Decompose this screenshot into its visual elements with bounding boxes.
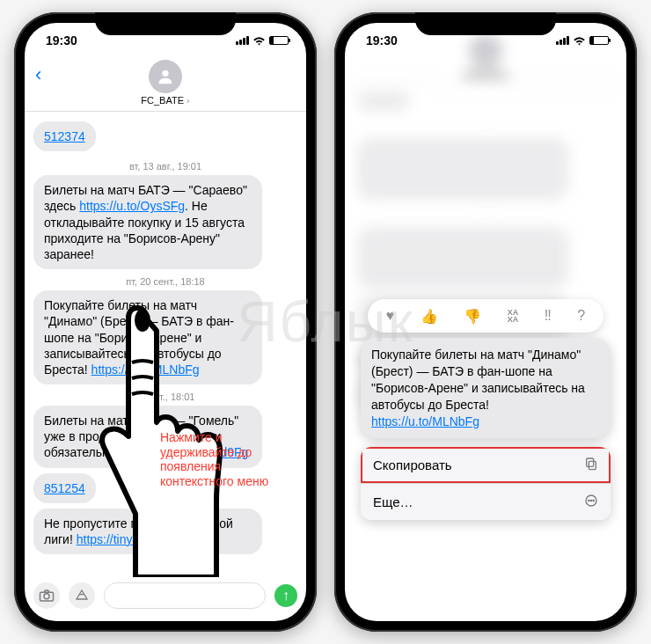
svg-point-8 [590,501,591,501]
reaction-exclaim-icon[interactable]: ‼ [545,308,552,324]
notch [415,12,556,35]
svg-point-3 [135,309,150,332]
wifi-icon [252,36,266,46]
svg-rect-5 [587,458,594,466]
phone-frame-left: 19:30 ‹ FC_BATE › 512374 вт, 13 авг., 19… [14,12,317,632]
menu-item-more[interactable]: Еще… [361,483,611,520]
context-menu: Скопировать Еще… [361,447,611,520]
conversation-header: ‹ FC_BATE › [25,58,306,112]
message-link[interactable]: 851254 [44,481,85,495]
battery-icon [269,36,289,45]
message-bubble[interactable]: Билеты на матч БАТЭ — "Сараево" здесь ht… [33,175,262,269]
more-icon [584,494,598,510]
focused-message-bubble[interactable]: Покупайте билеты на матч "Динамо" (Брест… [361,338,611,438]
svg-point-2 [44,594,49,599]
back-button[interactable]: ‹ [35,63,41,86]
instruction-callout: Нажмите и удерживайте до появления конте… [160,430,292,489]
cell-signal-icon [556,36,569,45]
status-time: 19:30 [46,33,77,48]
cell-signal-icon [236,36,249,45]
camera-icon[interactable] [33,582,60,609]
message-link[interactable]: https://u.to/OysSFg [79,199,185,213]
reaction-thumbsup-icon[interactable]: 👍 [421,308,438,325]
svg-point-7 [589,501,589,501]
message-input[interactable] [104,582,266,609]
svg-point-0 [162,70,168,77]
message-link[interactable]: https://u.to/MLNbFg [371,414,479,428]
contact-name[interactable]: FC_BATE › [25,95,306,106]
message-link[interactable]: 512374 [44,129,85,143]
reaction-thumbsdown-icon[interactable]: 👎 [464,308,481,325]
message-input-bar: ↑ [25,579,306,612]
reaction-heart-icon[interactable]: ♥ [386,308,395,324]
menu-item-copy[interactable]: Скопировать [361,447,611,483]
send-button[interactable]: ↑ [274,584,297,607]
contact-avatar[interactable] [149,60,182,93]
reaction-haha-icon[interactable]: ХА ХА [508,309,519,323]
date-separator: вт, 13 авг., 19:01 [33,161,297,172]
svg-rect-4 [589,462,596,470]
copy-icon [584,457,598,473]
message-bubble[interactable]: 512374 [33,121,96,151]
notch [95,12,236,35]
reaction-question-icon[interactable]: ? [577,308,585,324]
battery-icon [589,36,609,45]
svg-point-9 [593,501,594,501]
reaction-bar: ♥ 👍 👎 ХА ХА ‼ ? [368,299,603,333]
date-separator: пт, 20 сент., 18:18 [33,276,297,287]
appstore-icon[interactable] [69,582,95,609]
status-time: 19:30 [366,33,398,48]
wifi-icon [573,36,586,46]
phone-frame-right: ⋯ ⋯ 19:30 ♥ 👍 👎 ХА ХА ‼ ? [334,12,637,632]
